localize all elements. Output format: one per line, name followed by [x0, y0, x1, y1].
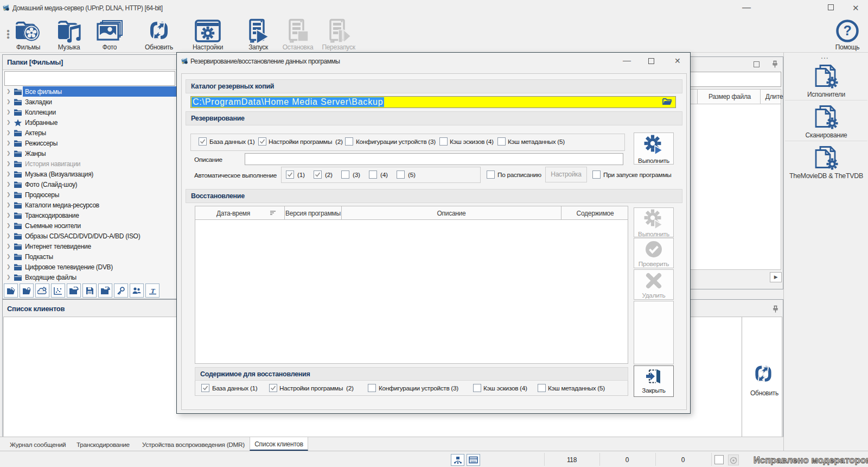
svg-text:?: ?: [844, 23, 852, 38]
